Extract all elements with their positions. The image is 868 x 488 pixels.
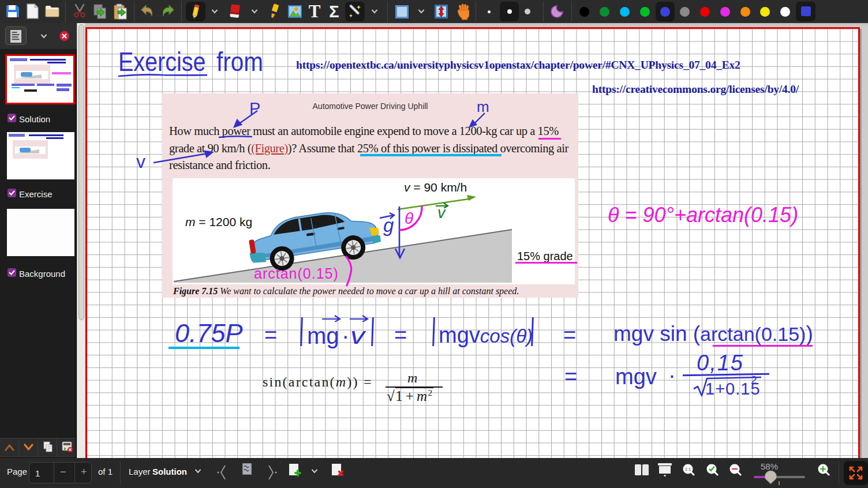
svg-text:1:1: 1:1 [685,467,691,472]
